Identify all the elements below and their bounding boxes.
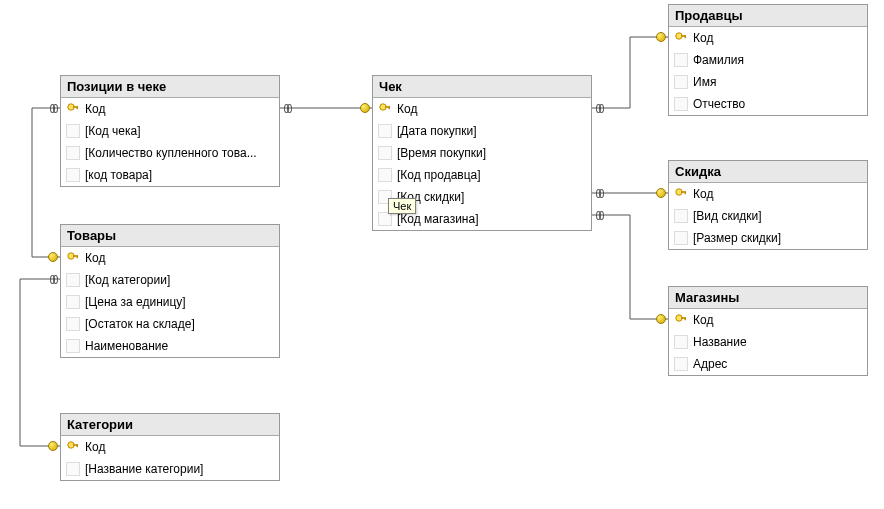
column-name: Код (693, 187, 863, 201)
column-row[interactable]: [Размер скидки] (669, 227, 867, 249)
table-positions[interactable]: Позиции в чеке Код[Код чека][Количество … (60, 75, 280, 187)
primary-key-icon (377, 101, 393, 117)
table-shops[interactable]: Магазины КодНазваниеАдрес (668, 286, 868, 376)
column-row[interactable]: Наименование (61, 335, 279, 357)
column-name: Код (85, 102, 275, 116)
column-name: [Количество купленного това... (85, 146, 275, 160)
column-row[interactable]: [Код чека] (61, 120, 279, 142)
column-row[interactable]: Фамилия (669, 49, 867, 71)
column-icon (65, 145, 81, 161)
column-icon (673, 74, 689, 90)
svg-rect-20 (685, 317, 687, 320)
primary-key-icon (673, 186, 689, 202)
column-row[interactable]: [Цена за единицу] (61, 291, 279, 313)
column-icon (65, 167, 81, 183)
column-icon (673, 230, 689, 246)
column-row[interactable]: Адрес (669, 353, 867, 375)
table-title[interactable]: Чек (373, 76, 591, 98)
column-icon (673, 356, 689, 372)
primary-key-icon (65, 439, 81, 455)
column-name: [Время покупки] (397, 146, 587, 160)
diagram-canvas[interactable]: Позиции в чеке Код[Код чека][Количество … (0, 0, 884, 509)
svg-rect-2 (77, 106, 79, 109)
primary-key-icon (65, 101, 81, 117)
column-row[interactable]: [Количество купленного това... (61, 142, 279, 164)
svg-rect-11 (389, 106, 391, 109)
column-icon (377, 145, 393, 161)
column-name: Код (693, 31, 863, 45)
column-row[interactable]: Код (61, 98, 279, 120)
column-icon (673, 52, 689, 68)
primary-key-icon (673, 30, 689, 46)
svg-rect-8 (77, 444, 79, 447)
column-row[interactable]: Код (669, 183, 867, 205)
table-categories[interactable]: Категории Код[Название категории] (60, 413, 280, 481)
column-row[interactable]: [Дата покупки] (373, 120, 591, 142)
column-icon (65, 316, 81, 332)
svg-rect-17 (685, 191, 687, 194)
column-row[interactable]: [Вид скидки] (669, 205, 867, 227)
column-row[interactable]: Код (61, 247, 279, 269)
column-row[interactable]: [Время покупки] (373, 142, 591, 164)
column-name: [Название категории] (85, 462, 275, 476)
column-row[interactable]: Код (669, 309, 867, 331)
column-icon (65, 272, 81, 288)
column-name: Имя (693, 75, 863, 89)
table-title[interactable]: Скидка (669, 161, 867, 183)
column-icon (65, 338, 81, 354)
column-name: [Код чека] (85, 124, 275, 138)
column-row[interactable]: Отчество (669, 93, 867, 115)
table-sellers[interactable]: Продавцы КодФамилияИмяОтчество (668, 4, 868, 116)
svg-rect-5 (77, 255, 79, 258)
column-icon (65, 123, 81, 139)
primary-key-icon (673, 312, 689, 328)
column-name: Код (85, 251, 275, 265)
column-name: [Цена за единицу] (85, 295, 275, 309)
column-name: [Дата покупки] (397, 124, 587, 138)
column-row[interactable]: Код (61, 436, 279, 458)
column-row[interactable]: Название (669, 331, 867, 353)
column-name: [Размер скидки] (693, 231, 863, 245)
table-goods[interactable]: Товары Код[Код категории][Цена за единиц… (60, 224, 280, 358)
column-icon (673, 334, 689, 350)
column-name: [Остаток на складе] (85, 317, 275, 331)
column-name: [Код категории] (85, 273, 275, 287)
column-row[interactable]: [код товара] (61, 164, 279, 186)
column-icon (673, 208, 689, 224)
column-name: Код (693, 313, 863, 327)
column-row[interactable]: Код (669, 27, 867, 49)
column-name: Код (85, 440, 275, 454)
column-icon (377, 167, 393, 183)
column-name: Название (693, 335, 863, 349)
table-title[interactable]: Магазины (669, 287, 867, 309)
column-name: Фамилия (693, 53, 863, 67)
table-title[interactable]: Категории (61, 414, 279, 436)
column-icon (377, 123, 393, 139)
column-name: [Код продавца] (397, 168, 587, 182)
column-row[interactable]: Имя (669, 71, 867, 93)
table-title[interactable]: Позиции в чеке (61, 76, 279, 98)
column-name: Код (397, 102, 587, 116)
column-row[interactable]: Код (373, 98, 591, 120)
table-title[interactable]: Продавцы (669, 5, 867, 27)
column-icon (65, 294, 81, 310)
column-name: [Вид скидки] (693, 209, 863, 223)
column-name: [Код магазина] (397, 212, 587, 226)
column-name: [код товара] (85, 168, 275, 182)
column-name: [Код скидки] (397, 190, 587, 204)
primary-key-icon (65, 250, 81, 266)
table-title[interactable]: Товары (61, 225, 279, 247)
column-name: Наименование (85, 339, 275, 353)
svg-rect-14 (685, 35, 687, 38)
column-name: Отчество (693, 97, 863, 111)
table-discount[interactable]: Скидка Код[Вид скидки][Размер скидки] (668, 160, 868, 250)
column-row[interactable]: [Остаток на складе] (61, 313, 279, 335)
column-icon (673, 96, 689, 112)
column-row[interactable]: [Код категории] (61, 269, 279, 291)
tooltip: Чек (388, 198, 416, 214)
column-row[interactable]: [Код продавца] (373, 164, 591, 186)
column-row[interactable]: [Название категории] (61, 458, 279, 480)
column-icon (65, 461, 81, 477)
column-name: Адрес (693, 357, 863, 371)
